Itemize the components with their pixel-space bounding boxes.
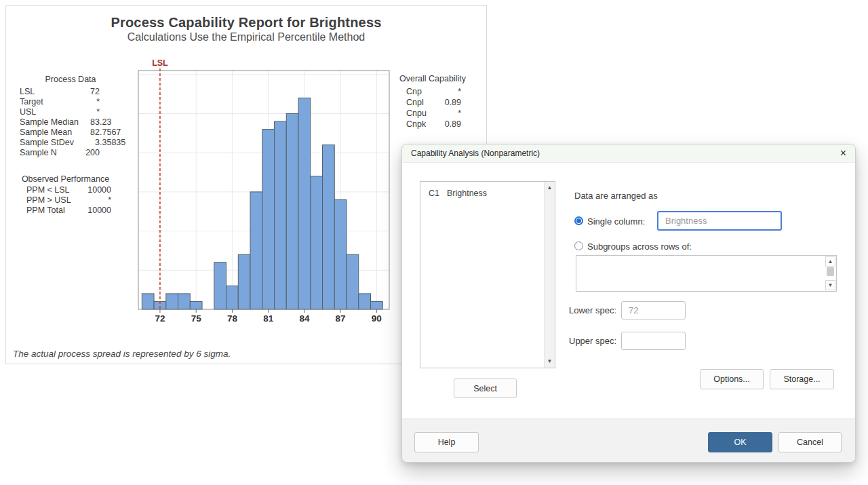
pd-row: Sample Mean82.7567 — [20, 128, 121, 138]
chart-subtitle: Calculations Use the Empirical Percentil… — [6, 31, 486, 43]
oc-row: Cnp* — [399, 86, 467, 97]
svg-text:87: 87 — [336, 313, 346, 324]
dialog-title: Capability Analysis (Nonparametric) — [411, 149, 540, 158]
lower-spec-input[interactable] — [621, 301, 686, 319]
pd-row: LSL72 — [20, 87, 121, 97]
svg-text:75: 75 — [191, 313, 202, 324]
subgroups-textarea[interactable]: ▲ ▼ — [576, 255, 837, 292]
storage-button[interactable]: Storage... — [770, 369, 834, 389]
overall-capability-panel: Overall Capability Cnp*Cnpl0.89Cnpu*Cnpk… — [399, 74, 467, 130]
op-row: PPM Total10000 — [20, 206, 111, 216]
svg-text:78: 78 — [227, 313, 238, 324]
pd-row: USL* — [20, 107, 121, 117]
cancel-button[interactable]: Cancel — [778, 432, 842, 452]
upper-spec-label: Upper spec: — [569, 336, 616, 346]
oc-row: Cnpl0.89 — [399, 97, 467, 108]
scroll-down-icon[interactable]: ▼ — [545, 356, 555, 367]
single-column-radio[interactable] — [574, 216, 583, 225]
arranged-label: Data are arranged as — [574, 191, 658, 201]
columns-listbox[interactable]: C1Brightness ▲ ▼ — [420, 181, 555, 368]
scroll-down-icon[interactable]: ▼ — [825, 280, 835, 290]
upper-spec-input[interactable] — [621, 332, 686, 350]
screen: 72757881848790LSL Process Capability Rep… — [0, 0, 868, 485]
op-row: PPM < LSL10000 — [20, 185, 111, 195]
pd-row: Sample Median83.23 — [20, 117, 121, 128]
single-column-label[interactable]: Single column: — [587, 216, 645, 227]
observed-performance-panel: Observed Performance PPM < LSL10000PPM >… — [20, 174, 111, 216]
chart-footnote: The actual process spread is represented… — [13, 349, 231, 359]
single-column-input[interactable] — [657, 211, 782, 231]
help-button[interactable]: Help — [414, 432, 479, 452]
svg-text:72: 72 — [155, 313, 165, 324]
observed-performance-title: Observed Performance — [20, 174, 111, 185]
close-icon[interactable]: × — [840, 148, 846, 159]
op-row: PPM > USL* — [20, 195, 111, 206]
lsl-reference-label: LSL — [152, 58, 168, 68]
svg-text:90: 90 — [372, 313, 382, 324]
pd-row: Sample StDev3.35835 — [20, 138, 121, 148]
scrollbar-thumb[interactable] — [827, 267, 834, 276]
capability-analysis-dialog: Capability Analysis (Nonparametric) × C1… — [401, 144, 856, 463]
textarea-scrollbar[interactable]: ▲ ▼ — [825, 256, 836, 291]
chart-title: Process Capability Report for Brightness — [6, 15, 486, 31]
column-list-item[interactable]: C1Brightness — [420, 182, 555, 198]
oc-row: Cnpk0.89 — [399, 119, 467, 130]
process-data-panel: Process Data LSL72Target*USL*Sample Medi… — [20, 75, 121, 158]
listbox-scrollbar[interactable]: ▲ ▼ — [544, 182, 555, 368]
subgroups-label[interactable]: Subgroups across rows of: — [587, 241, 692, 252]
ok-button[interactable]: OK — [708, 432, 772, 452]
options-button[interactable]: Options... — [700, 369, 764, 389]
pd-row: Sample N200 — [20, 148, 121, 158]
subgroups-radio[interactable] — [574, 241, 583, 250]
dialog-footer: Help OK Cancel — [402, 419, 855, 462]
dialog-titlebar[interactable]: Capability Analysis (Nonparametric) × — [402, 144, 855, 163]
lower-spec-label: Lower spec: — [569, 305, 616, 315]
select-button[interactable]: Select — [454, 379, 517, 398]
scroll-up-icon[interactable]: ▲ — [545, 182, 555, 193]
process-data-title: Process Data — [20, 75, 121, 85]
oc-row: Cnpu* — [399, 108, 467, 119]
scroll-up-icon[interactable]: ▲ — [825, 256, 835, 267]
svg-text:81: 81 — [263, 313, 274, 324]
overall-capability-title: Overall Capability — [399, 74, 467, 84]
svg-text:84: 84 — [299, 313, 310, 324]
pd-row: Target* — [20, 97, 121, 107]
